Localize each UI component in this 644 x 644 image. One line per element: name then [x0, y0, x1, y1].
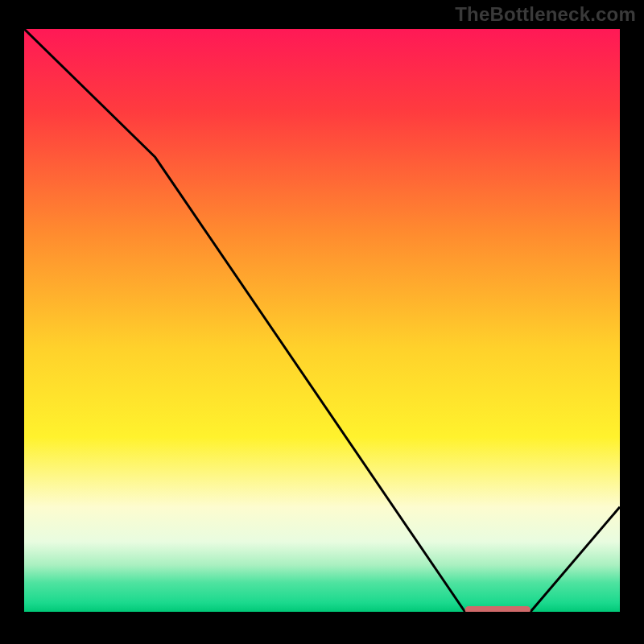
- page-root: TheBottleneck.com: [0, 0, 644, 644]
- chart: [24, 29, 620, 612]
- attribution-text: TheBottleneck.com: [455, 3, 636, 26]
- chart-marker: [465, 606, 530, 612]
- chart-canvas: [24, 29, 620, 612]
